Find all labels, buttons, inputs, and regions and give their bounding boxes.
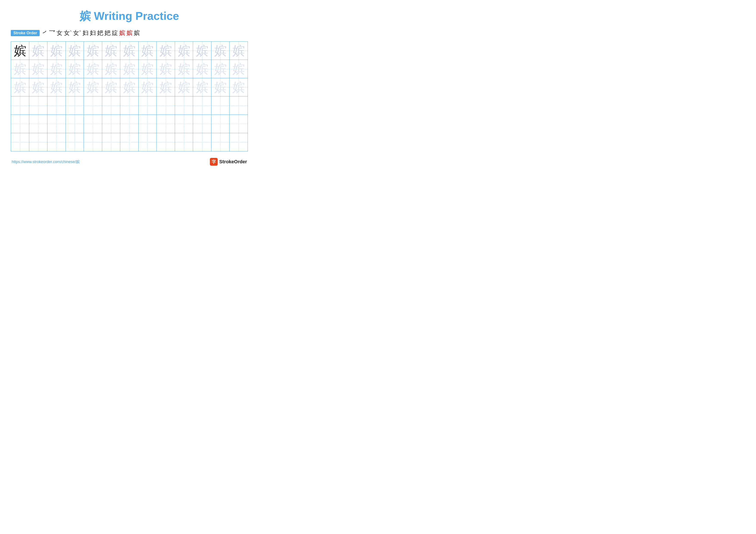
grid-cell: 嫔: [47, 41, 66, 60]
stroke-order-row: Stroke Order ㇒ 乛 女 女` 女` 妇 妇 妑 妑 婝 嫔 嫔 嫔: [11, 29, 248, 37]
grid-cell[interactable]: [175, 115, 193, 133]
grid-cell: 嫔: [157, 60, 175, 78]
grid-cell[interactable]: [138, 133, 157, 151]
grid-cell[interactable]: [120, 96, 139, 115]
grid-cell[interactable]: [47, 133, 66, 151]
grid-cell[interactable]: [66, 96, 84, 115]
table-row: [11, 115, 248, 133]
footer: https://www.strokeorder.com/chinese/嫔 字 …: [11, 158, 248, 165]
grid-cell[interactable]: [138, 96, 157, 115]
brand-icon: 字: [210, 158, 218, 165]
grid-cell[interactable]: [193, 133, 211, 151]
grid-cell: 嫔: [193, 60, 211, 78]
grid-cell: 嫔: [29, 78, 47, 96]
grid-cell: 嫔: [138, 78, 157, 96]
grid-cell: 嫔: [120, 60, 139, 78]
footer-url[interactable]: https://www.strokeorder.com/chinese/嫔: [12, 159, 80, 165]
practice-grid: 嫔 嫔 嫔 嫔 嫔 嫔 嫔 嫔 嫔 嫔 嫔 嫔 嫔 嫔 嫔 嫔 嫔 嫔 嫔 嫔 …: [11, 41, 248, 151]
grid-cell: 嫔: [193, 41, 211, 60]
table-row: 嫔 嫔 嫔 嫔 嫔 嫔 嫔 嫔 嫔 嫔 嫔 嫔 嫔: [11, 60, 248, 78]
grid-cell: 嫔: [66, 60, 84, 78]
grid-cell: 嫔: [84, 41, 102, 60]
grid-cell[interactable]: [211, 96, 230, 115]
stroke-4: 女`: [64, 29, 72, 37]
stroke-8: 妑: [97, 29, 103, 37]
grid-cell[interactable]: [29, 96, 47, 115]
grid-cell[interactable]: [138, 115, 157, 133]
stroke-order-badge: Stroke Order: [11, 30, 40, 36]
stroke-13: 嫔: [134, 29, 140, 37]
table-row: 嫔 嫔 嫔 嫔 嫔 嫔 嫔 嫔 嫔 嫔 嫔 嫔 嫔: [11, 41, 248, 60]
grid-cell[interactable]: [193, 115, 211, 133]
stroke-11: 嫔: [119, 29, 125, 37]
grid-cell[interactable]: [211, 115, 230, 133]
grid-cell: 嫔: [157, 78, 175, 96]
stroke-6: 妇: [83, 29, 89, 37]
grid-cell[interactable]: [193, 96, 211, 115]
grid-cell: 嫔: [120, 78, 139, 96]
grid-cell[interactable]: [84, 133, 102, 151]
grid-cell[interactable]: [175, 133, 193, 151]
grid-cell: 嫔: [230, 41, 248, 60]
page-title: 嫔 Writing Practice: [11, 9, 248, 24]
grid-cell[interactable]: [11, 96, 29, 115]
grid-cell[interactable]: [11, 133, 29, 151]
grid-cell[interactable]: [120, 115, 139, 133]
table-row: [11, 96, 248, 115]
grid-cell[interactable]: [230, 96, 248, 115]
grid-cell: 嫔: [230, 78, 248, 96]
grid-cell[interactable]: [11, 115, 29, 133]
grid-cell[interactable]: [157, 96, 175, 115]
grid-cell: 嫔: [47, 60, 66, 78]
table-row: [11, 133, 248, 151]
grid-cell: 嫔: [84, 60, 102, 78]
grid-cell: 嫔: [102, 60, 120, 78]
grid-cell: 嫔: [138, 60, 157, 78]
grid-cell: 嫔: [29, 41, 47, 60]
grid-cell: 嫔: [193, 78, 211, 96]
stroke-2: 乛: [49, 29, 55, 37]
grid-cell[interactable]: [84, 115, 102, 133]
grid-cell[interactable]: [157, 133, 175, 151]
grid-cell[interactable]: [84, 96, 102, 115]
grid-cell: 嫔: [157, 41, 175, 60]
grid-cell[interactable]: [120, 133, 139, 151]
grid-cell[interactable]: [230, 115, 248, 133]
table-row: 嫔 嫔 嫔 嫔 嫔 嫔 嫔 嫔 嫔 嫔 嫔 嫔 嫔: [11, 78, 248, 96]
grid-cell: 嫔: [211, 41, 230, 60]
grid-cell[interactable]: [230, 133, 248, 151]
grid-cell: 嫔: [66, 41, 84, 60]
grid-cell[interactable]: [211, 133, 230, 151]
grid-cell[interactable]: [102, 115, 120, 133]
grid-cell: 嫔: [102, 78, 120, 96]
grid-cell[interactable]: [102, 96, 120, 115]
footer-brand: 字 StrokeOrder: [210, 158, 247, 165]
grid-cell: 嫔: [138, 41, 157, 60]
grid-cell[interactable]: [29, 133, 47, 151]
grid-cell: 嫔: [11, 41, 29, 60]
grid-cell: 嫔: [211, 78, 230, 96]
grid-cell: 嫔: [84, 78, 102, 96]
grid-cell: 嫔: [29, 60, 47, 78]
grid-cell[interactable]: [29, 115, 47, 133]
grid-cell: 嫔: [11, 60, 29, 78]
grid-cell[interactable]: [66, 133, 84, 151]
grid-cell: 嫔: [175, 60, 193, 78]
grid-cell[interactable]: [47, 115, 66, 133]
stroke-12: 嫔: [126, 29, 133, 37]
stroke-1: ㇒: [42, 29, 48, 37]
grid-cell: 嫔: [175, 78, 193, 96]
grid-cell[interactable]: [175, 96, 193, 115]
stroke-3: 女: [56, 29, 63, 37]
grid-cell[interactable]: [66, 115, 84, 133]
grid-cell: 嫔: [47, 78, 66, 96]
grid-cell[interactable]: [157, 115, 175, 133]
grid-cell: 嫔: [120, 41, 139, 60]
grid-cell[interactable]: [102, 133, 120, 151]
grid-cell: 嫔: [66, 78, 84, 96]
stroke-5: 女`: [73, 29, 81, 37]
grid-cell: 嫔: [11, 78, 29, 96]
grid-cell[interactable]: [47, 96, 66, 115]
grid-cell: 嫔: [102, 41, 120, 60]
stroke-chars: ㇒ 乛 女 女` 女` 妇 妇 妑 妑 婝 嫔 嫔 嫔: [42, 29, 140, 37]
